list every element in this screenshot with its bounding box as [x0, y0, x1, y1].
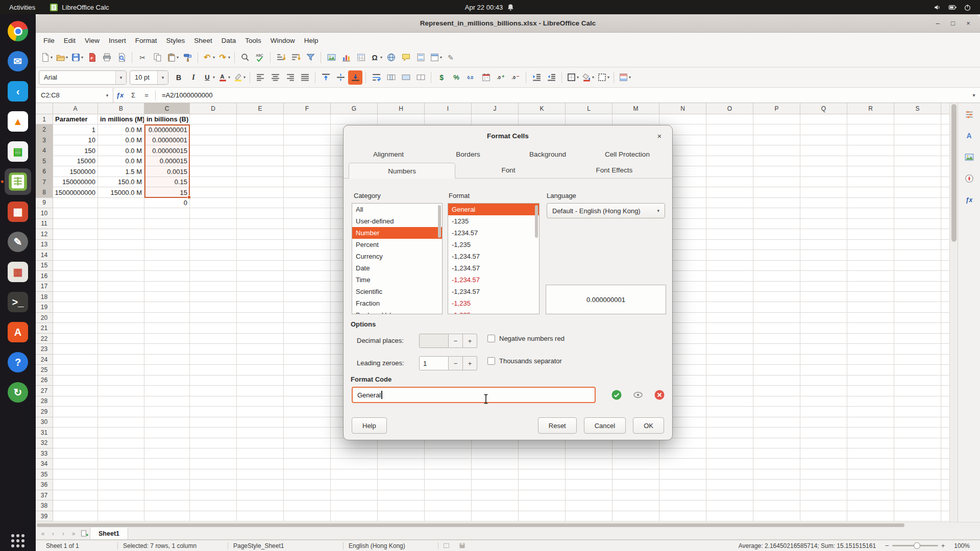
- print-preview-button[interactable]: [114, 51, 129, 65]
- print-button[interactable]: [100, 51, 114, 65]
- cell-F34[interactable]: [284, 459, 331, 469]
- cell-S7[interactable]: [894, 177, 941, 187]
- clock-menu[interactable]: Apr 22 00:43: [465, 0, 515, 14]
- cell-E34[interactable]: [237, 459, 284, 469]
- remove-format-button[interactable]: [653, 388, 666, 402]
- cell-I38[interactable]: [425, 500, 472, 511]
- cell-D34[interactable]: [190, 459, 237, 469]
- cell-F24[interactable]: [284, 355, 331, 365]
- row-header-34[interactable]: 34: [36, 459, 53, 469]
- row-header-18[interactable]: 18: [36, 292, 53, 302]
- cell-R14[interactable]: [847, 250, 894, 260]
- category-item-currency[interactable]: Currency: [352, 251, 442, 262]
- cell-F6[interactable]: [284, 166, 331, 177]
- cell-C33[interactable]: [144, 448, 190, 459]
- cell-A28[interactable]: [53, 396, 98, 407]
- minimize-button[interactable]: –: [932, 18, 943, 29]
- dock-item-software-updater[interactable]: ↻: [5, 379, 31, 406]
- cell-B32[interactable]: [98, 438, 144, 448]
- cell-G35[interactable]: [331, 469, 378, 480]
- cell-A22[interactable]: [53, 334, 98, 344]
- cell-L37[interactable]: [566, 490, 612, 500]
- cell-B28[interactable]: [98, 396, 144, 407]
- category-item-boolean-value[interactable]: Boolean Value: [352, 309, 442, 314]
- cell-J34[interactable]: [472, 459, 519, 469]
- cell-D15[interactable]: [190, 261, 237, 271]
- cell-D14[interactable]: [190, 250, 237, 260]
- system-status-menu[interactable]: [934, 0, 980, 14]
- cell-E32[interactable]: [237, 438, 284, 448]
- cell-O37[interactable]: [706, 490, 753, 500]
- cell-Q1[interactable]: [800, 114, 847, 124]
- cell-E25[interactable]: [237, 365, 284, 375]
- cell-S33[interactable]: [894, 448, 941, 459]
- cell-P33[interactable]: [753, 448, 800, 459]
- cell-S27[interactable]: [894, 386, 941, 396]
- cell-K35[interactable]: [519, 469, 566, 480]
- cell-K39[interactable]: [519, 511, 566, 521]
- column-header-O[interactable]: O: [706, 103, 753, 114]
- cell-S4[interactable]: [894, 145, 941, 156]
- cell-E20[interactable]: [237, 313, 284, 323]
- cell-Q25[interactable]: [800, 365, 847, 375]
- cell-C3[interactable]: 0.00000001: [144, 135, 190, 145]
- format-item-5[interactable]: -1,234.57: [448, 262, 539, 274]
- cell-S34[interactable]: [894, 459, 941, 469]
- cell-B5[interactable]: 0.0 M: [98, 156, 144, 166]
- cell-P25[interactable]: [753, 365, 800, 375]
- cell-R16[interactable]: [847, 271, 894, 281]
- cell-F38[interactable]: [284, 500, 331, 511]
- cell-E2[interactable]: [237, 124, 284, 135]
- statistics-status[interactable]: Average: 2.16450216585714; Sum: 15.15151…: [733, 542, 881, 549]
- format-item-4[interactable]: -1,234.57: [448, 251, 539, 262]
- chevron-down-icon[interactable]: ▾: [157, 71, 168, 84]
- cell-H38[interactable]: [378, 500, 425, 511]
- underline-button[interactable]: U▾: [201, 70, 216, 85]
- cell-F16[interactable]: [284, 271, 331, 281]
- cell-P16[interactable]: [753, 271, 800, 281]
- row-header-1[interactable]: 1: [36, 114, 53, 124]
- cell-A34[interactable]: [53, 459, 98, 469]
- cell-D17[interactable]: [190, 282, 237, 292]
- cell-Q29[interactable]: [800, 407, 847, 417]
- cell-O2[interactable]: [706, 124, 753, 135]
- cell-L35[interactable]: [566, 469, 612, 480]
- cell-C20[interactable]: [144, 313, 190, 323]
- dock-item-vlc[interactable]: ▲: [5, 108, 31, 135]
- zoom-thumb[interactable]: [914, 542, 920, 549]
- cell-F18[interactable]: [284, 292, 331, 302]
- conditional-formatting-button[interactable]: ▾: [617, 70, 632, 85]
- cell-A21[interactable]: [53, 323, 98, 333]
- cell-A25[interactable]: [53, 365, 98, 375]
- cell-A4[interactable]: 150: [53, 145, 98, 156]
- cell-R5[interactable]: [847, 156, 894, 166]
- cell-Q9[interactable]: [800, 198, 847, 208]
- cell-L38[interactable]: [566, 500, 612, 511]
- decimal-places-decrement-button[interactable]: −: [449, 334, 463, 348]
- find-replace-button[interactable]: [238, 51, 252, 65]
- cell-D33[interactable]: [190, 448, 237, 459]
- sidebar-functions-icon[interactable]: ƒx: [962, 193, 976, 207]
- cell-D30[interactable]: [190, 417, 237, 428]
- cell-F33[interactable]: [284, 448, 331, 459]
- cell-A7[interactable]: 150000000: [53, 177, 98, 187]
- cell-O15[interactable]: [706, 261, 753, 271]
- dock-item-chrome[interactable]: [5, 18, 31, 44]
- tab-numbers[interactable]: Numbers: [349, 163, 455, 179]
- cell-R33[interactable]: [847, 448, 894, 459]
- cell-E21[interactable]: [237, 323, 284, 333]
- cell-R13[interactable]: [847, 240, 894, 250]
- cell-P1[interactable]: [753, 114, 800, 124]
- format-list-scrollbar[interactable]: [535, 205, 538, 238]
- cell-C14[interactable]: [144, 250, 190, 260]
- cell-A11[interactable]: [53, 219, 98, 229]
- cell-C30[interactable]: [144, 417, 190, 428]
- cell-S38[interactable]: [894, 500, 941, 511]
- row-header-17[interactable]: 17: [36, 282, 53, 292]
- row-header-2[interactable]: 2: [36, 124, 53, 135]
- expand-formula-bar-icon[interactable]: ▾: [968, 92, 980, 98]
- ok-button[interactable]: OK: [633, 417, 664, 434]
- category-item-number[interactable]: Number: [352, 227, 442, 239]
- cell-R3[interactable]: [847, 135, 894, 145]
- row-header-29[interactable]: 29: [36, 407, 53, 417]
